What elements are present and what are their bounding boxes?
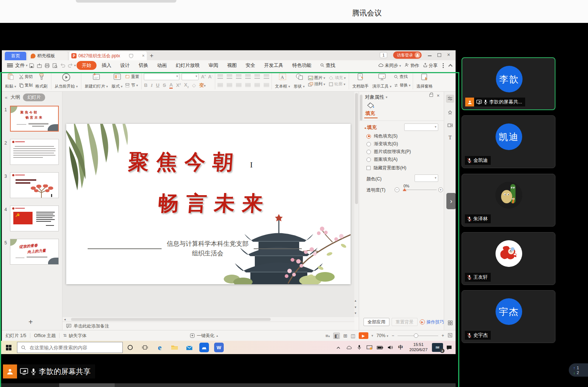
menu-find[interactable]: 查找 [316,61,340,70]
restore-button[interactable] [437,53,441,57]
next-slide-double-icon[interactable]: ▾ [355,311,356,315]
find-button[interactable]: 查找 [394,74,410,79]
slide-canvas[interactable]: 聚焦今朝 畅言未来 信息与计算科学本科生党支部 组织生活会 I [66,124,351,284]
menu-slideshow[interactable]: 幻灯片放映 [171,61,204,70]
animation-strip-icon[interactable] [446,109,454,117]
file-explorer-icon[interactable] [167,341,182,354]
meeting-tray-app[interactable]: IM2 [432,343,443,352]
sync-status[interactable]: 未同步 ▾ [378,62,401,69]
collapse-ribbon-icon[interactable] [448,64,452,68]
tab-slides[interactable]: 幻灯片 [23,94,45,101]
share-button[interactable]: 分享 [423,62,437,69]
notes-bar[interactable]: 单击此处添加备注 [62,322,354,330]
more-options-icon[interactable] [443,65,444,66]
cortana-icon[interactable] [123,341,138,354]
fill-section-header[interactable]: ◂填充 [364,124,377,131]
battery-icon[interactable] [375,342,384,353]
underline-icon[interactable]: U [156,82,159,88]
slideshow-play-button[interactable]: ▶ [359,332,368,339]
tab-home[interactable]: 首页 [5,52,26,60]
start-button[interactable] [0,341,17,354]
menu-animation[interactable]: 动画 [153,61,171,70]
close-panel-icon[interactable]: × [437,93,440,98]
vertical-scrollbar[interactable]: ▴ ▾ ▾ [354,92,359,317]
task-view-icon[interactable] [138,341,152,354]
normal-view-icon[interactable]: ◧ [333,333,340,339]
picture-button[interactable]: 图片▾ [308,75,325,81]
doc-assistant-button[interactable]: 文档助手 [351,72,371,90]
lock-icon[interactable] [429,94,433,97]
reset-button[interactable]: 重置 [125,74,139,79]
italic-icon[interactable]: I [151,82,153,88]
transition-strip-icon[interactable] [446,121,454,129]
radio-texture-fill[interactable]: 图片或纹理填充(P) [366,149,411,155]
zoom-value[interactable]: 70% ▾ [376,333,388,338]
tab-outline[interactable]: 大纲 [10,94,20,101]
play-options-icon[interactable]: ▾ [372,334,374,337]
print-preview-icon[interactable] [52,63,58,68]
strikethrough-icon[interactable]: S [163,82,166,88]
paste-button[interactable]: 粘贴 ▾ [3,72,18,90]
subscript-icon[interactable]: X2 [184,82,189,88]
layout-button[interactable]: 版式 ▾ [110,72,125,90]
apply-all-button[interactable]: 全部应用 [364,318,389,326]
fit-slide-icon[interactable] [447,333,453,339]
slide-thumbnail-3[interactable] [10,172,59,198]
ime-indicator[interactable]: 中 [396,342,405,353]
screenshare-tray-icon[interactable] [365,342,374,353]
reset-background-button[interactable]: 重置背景 [392,318,418,326]
slider-thumb[interactable] [403,188,406,191]
scroll-left-icon[interactable]: ◂ [64,318,66,321]
menu-transition[interactable]: 切换 [134,61,153,70]
fill-style-combobox[interactable] [404,123,438,131]
color-combobox[interactable] [415,174,438,182]
justify-icon[interactable] [245,83,251,87]
fill-tab[interactable]: 填充 [365,110,375,117]
toolbar-drag-handle[interactable] [76,0,176,3]
menu-design[interactable]: 设计 [116,61,134,70]
menu-start[interactable]: 开始 [77,61,97,70]
font-size-combobox[interactable] [182,73,199,80]
properties-strip-icon[interactable] [446,95,454,103]
save-icon[interactable] [29,63,34,68]
present-tools-button[interactable]: 演示工具 ▾ [371,72,393,90]
reading-view-icon[interactable]: ◫ [351,333,355,339]
bold-icon[interactable]: B [144,82,147,88]
zoom-slider[interactable] [398,336,438,336]
clear-format-icon[interactable]: ◇ [192,82,196,88]
textbox-button[interactable]: A 文本框 ▾ [273,72,292,90]
radio-gradient-fill[interactable]: 渐变填充(G) [366,141,398,147]
radio-pattern-fill[interactable]: 图案填充(A) [366,156,398,163]
slide-thumbnail-1[interactable]: 聚焦今朝 畅言未来 [10,106,59,132]
taskbar-clock[interactable]: 15:51 2020/6/27 [406,342,430,353]
participant-tile-lixin[interactable]: 李歆 李歆的屏幕共... [462,57,555,110]
align-left-icon[interactable] [217,83,223,87]
participant-tile-jinkaidi[interactable]: 凯迪 金凯迪 [462,115,555,168]
font-name-combobox[interactable] [144,73,179,80]
superscript-icon[interactable]: X2 [176,82,181,88]
collapse-panel-icon[interactable]: « [5,95,7,100]
fill-bucket-icon[interactable] [366,102,375,111]
section-button[interactable]: 节 ▾ [125,82,139,88]
zoom-slider-thumb[interactable] [414,333,418,338]
cut-button[interactable]: 剪切 [19,74,33,79]
fill-button[interactable]: 填充▾ [329,75,346,81]
horizontal-scrollbar[interactable]: ◂ [62,317,354,322]
menu-devtools[interactable]: 开发工具 [260,61,288,70]
selection-pane-button[interactable]: 选择窗格 [415,72,435,90]
slide-thumbnail-5[interactable]: 绽放的青春 向上的力量 [10,239,59,265]
prev-slide-icon[interactable]: ▴ [355,299,356,302]
shapes-button[interactable]: 形状 ▾ [292,72,307,90]
notes-toggle-icon[interactable]: ≡▾ [325,333,330,339]
participant-tile-wangyouxuan[interactable]: 王友轩 [462,232,555,285]
zoom-in-icon[interactable]: + [442,333,444,338]
expand-panel-button[interactable]: › [446,193,456,209]
redo-icon[interactable] [68,63,73,68]
hamburger-icon[interactable] [7,64,13,67]
slide-thumbnail-2[interactable] [10,139,59,165]
onedrive-icon[interactable] [344,342,353,353]
panel-scrollbar[interactable] [360,95,362,120]
add-slide-button[interactable]: + [28,318,33,326]
format-painter-button[interactable]: 格式刷 [34,72,50,90]
mail-icon[interactable] [182,341,197,354]
